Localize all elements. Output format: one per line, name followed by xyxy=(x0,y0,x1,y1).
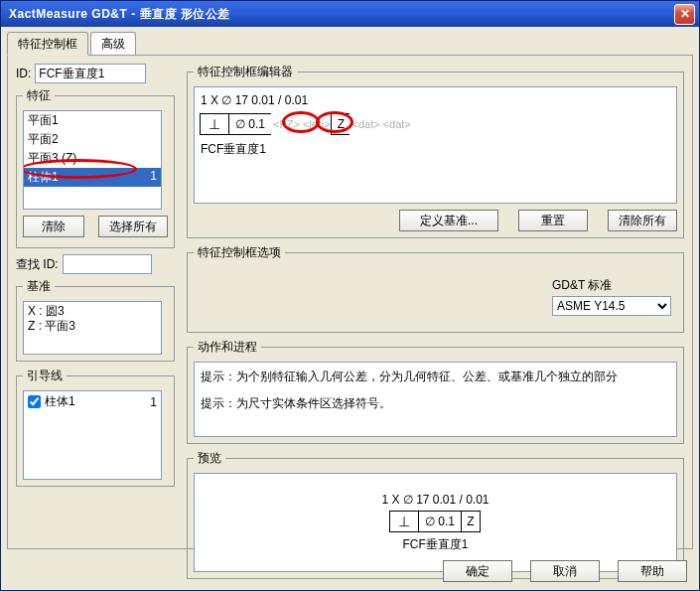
fcf-datum1-cell[interactable]: Z xyxy=(331,113,350,135)
diameter-icon: ∅ xyxy=(425,515,435,528)
fcf-frame[interactable]: ⊥ ∅ 0.1 <PZ> <len> Z <dat> <dat> xyxy=(201,113,670,135)
fcf-editor-group: 特征控制框编辑器 1 X ∅ 17 0.01 / 0.01 ⊥ ∅ 0.1 <P… xyxy=(187,64,684,238)
datum-list[interactable]: X : 圆3 Z : 平面3 xyxy=(23,301,162,355)
tab-fcf[interactable]: 特征控制框 xyxy=(7,32,88,56)
close-icon[interactable]: ✕ xyxy=(674,4,695,25)
preview-symbol: ⊥ xyxy=(389,511,419,532)
reset-button[interactable]: 重置 xyxy=(518,210,588,231)
leader-list[interactable]: 柱体1 1 xyxy=(23,390,162,480)
leader-item[interactable]: 柱体1 1 xyxy=(28,393,157,410)
tip-line: 提示：为个别特征输入几何公差，分为几何特征、公差、或基准几个独立的部分 xyxy=(201,369,670,385)
feature-item[interactable]: 平面2 xyxy=(24,130,161,149)
leader-group: 引导线 柱体1 1 xyxy=(16,368,175,487)
leader-legend: 引导线 xyxy=(23,368,67,384)
feature-count: 1 xyxy=(150,169,157,186)
tab-strip: 特征控制框 高级 xyxy=(7,33,693,55)
define-datum-button[interactable]: 定义基准... xyxy=(399,210,498,231)
leader-name: 柱体1 xyxy=(45,393,150,410)
pz-placeholder[interactable]: <PZ> xyxy=(271,113,302,135)
feature-item[interactable]: 平面1 xyxy=(24,111,161,130)
actions-legend: 动作和进程 xyxy=(194,339,261,356)
feature-item[interactable]: 平面3 (Z) xyxy=(24,149,161,168)
preview-legend: 预览 xyxy=(194,450,225,467)
clear-all-button[interactable]: 清除所有 xyxy=(608,210,677,231)
fcf-tolerance-cell[interactable]: ∅ 0.1 xyxy=(228,113,272,135)
dat-placeholder[interactable]: <dat> xyxy=(381,113,413,135)
help-button[interactable]: 帮助 xyxy=(618,560,687,582)
id-label: ID: xyxy=(16,67,31,80)
dialog-buttons: 确定 取消 帮助 xyxy=(443,560,687,582)
fcf-options-legend: 特征控制框选项 xyxy=(194,244,285,261)
datum-item[interactable]: X : 圆3 xyxy=(28,304,157,319)
features-list[interactable]: 平面1 平面2 平面3 (Z) 柱体1 1 xyxy=(23,110,162,210)
fcf-symbol-cell[interactable]: ⊥ xyxy=(200,113,229,135)
dat-placeholder[interactable]: <dat> xyxy=(350,113,381,135)
tip-line: 提示：为尺寸实体条件区选择符号。 xyxy=(201,395,670,412)
leader-count: 1 xyxy=(150,395,157,409)
fcf-button-row: 定义基准... 重置 清除所有 xyxy=(194,210,677,231)
datum-item[interactable]: Z : 平面3 xyxy=(28,319,157,334)
datum-group: 基准 X : 圆3 Z : 平面3 xyxy=(16,278,175,362)
select-all-features-button[interactable]: 选择所有 xyxy=(98,216,168,237)
fcf-options-group: 特征控制框选项 GD&T 标准 ASME Y14.5 xyxy=(187,244,684,333)
preview-frame: ⊥ ∅ 0.1 Z xyxy=(390,511,481,532)
left-column: ID: 特征 平面1 平面2 平面3 (Z) 柱体1 1 xyxy=(16,64,175,493)
tab-advanced[interactable]: 高级 xyxy=(90,32,136,55)
preview-name: FCF垂直度1 xyxy=(403,536,469,553)
preview-size-line: 1 X ∅ 17 0.01 / 0.01 xyxy=(381,493,489,507)
right-column: 特征控制框编辑器 1 X ∅ 17 0.01 / 0.01 ⊥ ∅ 0.1 <P… xyxy=(187,64,684,579)
fcf-size-line[interactable]: 1 X ∅ 17 0.01 / 0.01 xyxy=(201,93,670,107)
std-label: GD&T 标准 xyxy=(552,277,671,294)
find-id-label: 查找 ID: xyxy=(16,256,59,273)
len-placeholder[interactable]: <len> xyxy=(301,113,333,135)
fcf-editor-legend: 特征控制框编辑器 xyxy=(194,64,297,80)
tips-box: 提示：为个别特征输入几何公差，分为几何特征、公差、或基准几个独立的部分 提示：为… xyxy=(194,362,677,437)
fcf-editor: 1 X ∅ 17 0.01 / 0.01 ⊥ ∅ 0.1 <PZ> <len> … xyxy=(194,86,677,204)
actions-group: 动作和进程 提示：为个别特征输入几何公差，分为几何特征、公差、或基准几个独立的部… xyxy=(187,339,684,444)
features-group: 特征 平面1 平面2 平面3 (Z) 柱体1 1 清除 选择所有 xyxy=(16,87,175,248)
feature-name: 柱体1 xyxy=(28,169,59,186)
app-window: XactMeasure GD&T - 垂直度 形位公差 ✕ 特征控制框 高级 I… xyxy=(0,0,700,591)
ok-button[interactable]: 确定 xyxy=(443,560,512,582)
preview-tol: ∅ 0.1 xyxy=(418,511,462,532)
fcf-name-label: FCF垂直度1 xyxy=(201,141,670,158)
diameter-icon: ∅ xyxy=(235,117,245,131)
std-select[interactable]: ASME Y14.5 xyxy=(552,296,671,316)
titlebar: XactMeasure GD&T - 垂直度 形位公差 ✕ xyxy=(1,1,699,27)
datum-legend: 基准 xyxy=(23,278,55,295)
feature-item-selected[interactable]: 柱体1 1 xyxy=(24,168,161,187)
features-legend: 特征 xyxy=(23,87,55,104)
window-title: XactMeasure GD&T - 垂直度 形位公差 xyxy=(5,6,674,23)
find-id-input[interactable] xyxy=(63,254,152,274)
cancel-button[interactable]: 取消 xyxy=(530,560,600,582)
leader-checkbox[interactable] xyxy=(28,395,41,408)
id-input[interactable] xyxy=(35,64,146,83)
client-area: 特征控制框 高级 ID: 特征 平面1 平面2 平面3 (Z) 柱体1 xyxy=(1,27,699,590)
tolerance-value: 0.1 xyxy=(248,117,265,131)
tab-page: ID: 特征 平面1 平面2 平面3 (Z) 柱体1 1 xyxy=(7,55,693,549)
clear-features-button[interactable]: 清除 xyxy=(23,216,84,237)
preview-box: 1 X ∅ 17 0.01 / 0.01 ⊥ ∅ 0.1 Z FCF垂直度1 xyxy=(194,473,677,572)
preview-datum1: Z xyxy=(461,511,481,532)
